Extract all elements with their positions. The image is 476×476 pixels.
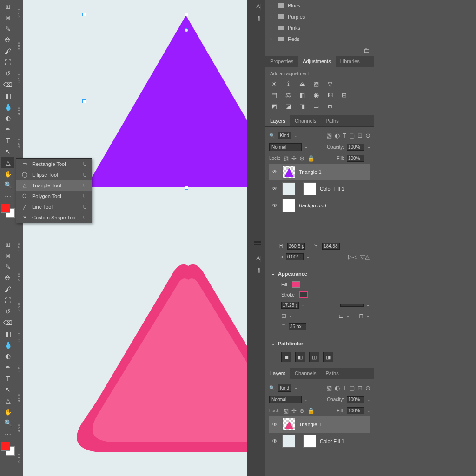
zoom-icon[interactable]: 🔍 [1, 179, 14, 191]
layer-triangle-1[interactable]: 👁 Triangle 1 [269, 164, 370, 180]
vibrance-icon[interactable]: ▽ [326, 80, 334, 87]
threshold-icon[interactable]: ◨ [298, 102, 306, 110]
tab-paths[interactable]: Paths [321, 115, 344, 126]
layer-filter-kind[interactable]: Kind [278, 132, 291, 139]
folder-blues[interactable]: ›Blues [265, 0, 374, 11]
tab-adjustments[interactable]: Adjustments [298, 56, 336, 67]
filter-adjust-icon[interactable]: ◐ [335, 132, 340, 139]
layer-background[interactable]: 👁 Background [269, 197, 370, 214]
edit-toolbar-icon[interactable]: ⋯ [1, 191, 14, 202]
pathfinder-exclude[interactable]: ◨ [323, 352, 333, 362]
rounded-triangle-shape[interactable] [67, 257, 247, 461]
shape-tool-icon[interactable]: △ [1, 395, 14, 406]
stroke-corners-icon[interactable]: ⊓ [359, 312, 364, 319]
posterize-icon[interactable]: ◪ [284, 102, 292, 110]
edit-toolbar-icon[interactable]: ⋯ [1, 429, 14, 440]
filter-shape-icon[interactable]: ▢ [349, 132, 355, 139]
pen-icon[interactable]: ✒ [1, 362, 14, 373]
visibility-icon[interactable]: 👁 [272, 169, 278, 175]
blend-mode-select[interactable]: Normal [269, 396, 302, 403]
lock-artboard-icon[interactable]: ⊕ [299, 407, 304, 414]
flip-h-icon[interactable]: ▷◁ [348, 253, 357, 260]
lock-artboard-icon[interactable]: ⊕ [299, 155, 304, 162]
stroke-caps-icon[interactable]: ⊏ [338, 312, 344, 319]
visibility-icon[interactable]: 👁 [272, 185, 278, 192]
eraser-icon[interactable]: ⌫ [1, 317, 14, 328]
height-input[interactable] [287, 243, 305, 250]
clone-stamp-icon[interactable]: ⛶ [1, 57, 14, 68]
layer-thumb[interactable] [282, 418, 295, 431]
layer-color-fill[interactable]: 👁 Color Fill 1 [269, 433, 370, 450]
levels-icon[interactable]: ⟟ [284, 80, 292, 87]
tab-libraries[interactable]: Libraries [336, 56, 364, 67]
bw-icon[interactable]: ◧ [298, 91, 306, 99]
filter-smart-icon[interactable]: ⊡ [357, 384, 363, 391]
exposure-icon[interactable]: ▨ [312, 80, 320, 87]
zoom-icon[interactable]: 🔍 [1, 417, 14, 429]
folder-purples[interactable]: ›Purples [265, 11, 374, 22]
character-panel-icon[interactable]: A| [256, 255, 262, 262]
fill-swatch[interactable] [292, 281, 300, 288]
mask-thumb[interactable] [303, 182, 316, 195]
channel-mixer-icon[interactable]: ⚃ [326, 91, 334, 99]
stroke-align-icon[interactable]: ⊡ [281, 312, 286, 319]
opacity-input[interactable] [347, 144, 364, 151]
color-balance-icon[interactable]: ⚖ [284, 91, 292, 99]
history-brush-icon[interactable]: ↺ [1, 306, 14, 317]
color-swatch[interactable] [1, 204, 15, 218]
filter-shape-icon[interactable]: ▢ [349, 384, 355, 391]
flyout-custom-shape[interactable]: ✶Custom Shape ToolU [16, 212, 92, 223]
eraser-icon[interactable]: ⌫ [1, 79, 14, 90]
type-icon[interactable]: T [1, 135, 14, 146]
opacity-input[interactable] [347, 396, 364, 403]
selective-color-icon[interactable]: ◘ [326, 102, 334, 110]
flyout-ellipse[interactable]: ◯Ellipse ToolU [16, 169, 92, 180]
curves-icon[interactable]: ⛰ [298, 80, 306, 87]
layer-thumb[interactable] [282, 165, 295, 178]
stroke-swatch[interactable] [299, 291, 308, 298]
dodge-icon[interactable]: ◐ [1, 350, 14, 362]
blur-icon[interactable]: 💧 [1, 339, 14, 350]
stroke-style-select[interactable] [340, 304, 364, 307]
blend-mode-select[interactable]: Normal [269, 143, 302, 151]
tab-layers[interactable]: Layers [265, 115, 290, 126]
crop-tool-icon[interactable]: ⊞ [1, 1, 14, 12]
brush-icon[interactable]: 🖌 [1, 46, 14, 57]
clone-stamp-icon[interactable]: ⛶ [1, 295, 14, 306]
crop-tool-icon[interactable]: ⊞ [1, 239, 14, 250]
brightness-icon[interactable]: ☀ [270, 80, 278, 87]
dodge-icon[interactable]: ◐ [1, 112, 14, 124]
visibility-icon[interactable]: 👁 [272, 202, 278, 209]
filter-toggle-icon[interactable]: ⊙ [365, 384, 370, 391]
color-lookup-icon[interactable]: ⊞ [340, 91, 348, 99]
fill-input[interactable] [347, 407, 364, 414]
anchor-point[interactable] [185, 28, 188, 32]
handle-s[interactable] [185, 186, 188, 190]
frame-tool-icon[interactable]: ⊠ [1, 12, 14, 23]
eyedropper-icon[interactable]: ✎ [1, 261, 14, 272]
filter-smart-icon[interactable]: ⊡ [357, 132, 363, 139]
layer-thumb[interactable] [282, 182, 295, 195]
angle-input[interactable] [286, 253, 304, 260]
corner-radius-input[interactable] [289, 323, 306, 330]
flyout-triangle[interactable]: △Triangle ToolU [16, 180, 92, 191]
shape-tool-icon[interactable]: △ [1, 157, 14, 168]
new-folder-icon[interactable]: 🗀 [364, 47, 370, 54]
flip-v-icon[interactable]: ▽△ [360, 253, 370, 260]
pathfinder-intersect[interactable]: ◫ [309, 352, 319, 362]
tab-channels[interactable]: Channels [290, 115, 321, 126]
pen-icon[interactable]: ✒ [1, 124, 14, 135]
mask-thumb[interactable] [303, 435, 316, 448]
tab-paths[interactable]: Paths [321, 368, 344, 379]
tab-properties[interactable]: Properties [265, 56, 298, 67]
paragraph-panel-icon[interactable]: ¶ [258, 14, 261, 21]
filter-pixel-icon[interactable]: ▧ [326, 384, 332, 391]
lock-position-icon[interactable]: ✢ [291, 407, 297, 414]
brush-icon[interactable]: 🖌 [1, 284, 14, 295]
chevron-down-icon[interactable]: ⌄ [271, 340, 275, 346]
fg-color[interactable] [1, 204, 10, 213]
flyout-rectangle[interactable]: ▭Rectangle ToolU [16, 159, 92, 169]
handle-n[interactable] [185, 13, 188, 16]
layer-thumb[interactable] [282, 199, 295, 212]
collapsed-mini-panel[interactable] [254, 241, 264, 246]
